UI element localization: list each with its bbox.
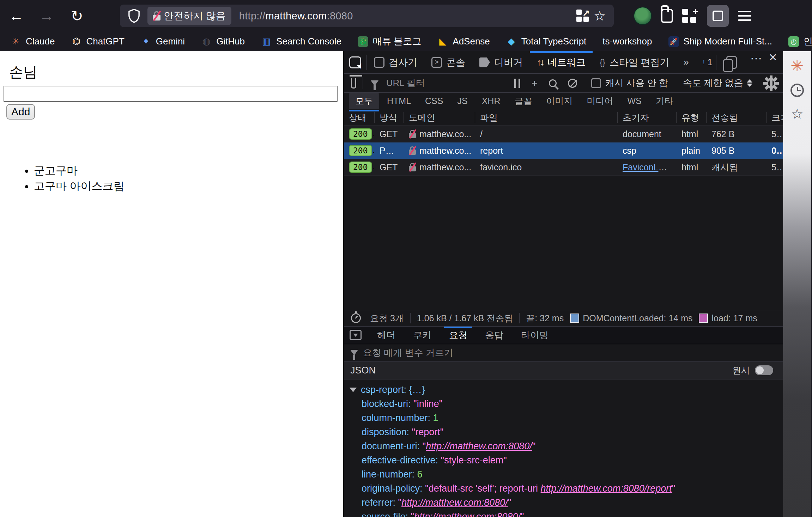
block-requests-icon[interactable] [564, 79, 581, 88]
bookmark-total-typescript[interactable]: ◆Total TypeScript [506, 36, 587, 47]
bookmark-inflearn[interactable]: ◴인프런 [788, 35, 812, 48]
json-url-link[interactable]: http://matthew.com:8080/ [414, 511, 521, 517]
raw-toggle-switch[interactable] [755, 365, 773, 375]
tab-overview-button[interactable] [707, 5, 729, 27]
clock-icon[interactable] [790, 84, 804, 97]
back-icon[interactable]: ← [5, 5, 28, 27]
json-url-link[interactable]: http://matthew.com:8080/ [426, 441, 532, 452]
status-badge: 200 [349, 128, 372, 140]
network-row-favicon[interactable]: 200 GET matthew.co... favicon.ico Favico… [344, 159, 783, 176]
devtools-panel: 검사기 >콘솔 디버거 ↑↓네트워크 {}스타일 편집기 » !1 ⋯ ✕ [343, 51, 783, 517]
json-node[interactable]: referrer: "http://matthew.com:8080/" [344, 496, 783, 510]
json-root-node[interactable]: csp-report: {…} [344, 383, 783, 397]
bookmark-chatgpt[interactable]: ⌬ChatGPT [71, 36, 124, 47]
initiator-link[interactable]: FaviconLoa... [623, 162, 675, 172]
tab-inspector[interactable]: 검사기 [367, 51, 424, 73]
type-filter-other[interactable]: 기타 [649, 93, 680, 109]
json-node[interactable]: effective-directive: "style-src-elem" [344, 454, 783, 468]
network-row-document[interactable]: 200 GET matthew.co... / document html 76… [344, 126, 783, 142]
json-section-header[interactable]: JSON 원시 [344, 362, 783, 379]
transfer-size: 1.06 kB / 1.67 kB 전송됨 [417, 312, 513, 324]
json-node[interactable]: source-file: "http://matthew.com:8080/" [344, 510, 783, 517]
json-node[interactable]: line-number: 6 [344, 468, 783, 482]
bookmark-github[interactable]: ◍GitHub [201, 36, 245, 47]
tab-style-editor[interactable]: {}스타일 편집기 [593, 51, 677, 73]
stopwatch-icon[interactable] [351, 313, 361, 323]
bookmark-ship-modern[interactable]: 🚀Ship Modern Full-St... [668, 36, 772, 47]
bookmark-search-console[interactable]: ▥Search Console [261, 36, 341, 47]
star-icon[interactable]: ☆ [791, 107, 804, 121]
zoom-pages-icon[interactable]: ↗ [574, 7, 591, 24]
gemini-icon: ✦ [141, 36, 151, 47]
new-request-icon[interactable]: + [527, 78, 541, 89]
type-filter-media[interactable]: 미디어 [580, 93, 619, 109]
add-button[interactable]: Add [6, 104, 35, 120]
claude-asterisk-icon[interactable]: ✳ [791, 58, 804, 74]
type-filter-js[interactable]: JS [451, 94, 474, 108]
load-marker-icon [699, 314, 708, 323]
insecure-lock-icon [409, 146, 416, 155]
type-filter-html[interactable]: HTML [381, 94, 417, 108]
reload-icon[interactable]: ↻ [66, 5, 88, 27]
extensions-icon[interactable]: + [682, 8, 698, 24]
detail-tab-timings[interactable]: 타이밍 [513, 327, 556, 344]
network-row-report[interactable]: 200 POST matthew.co... report csp plain … [344, 142, 783, 159]
url-bar[interactable]: 안전하지 않음 http://matthew.com:8080 ↗ ☆ [120, 5, 614, 27]
type-filter-xhr[interactable]: XHR [475, 94, 507, 108]
forward-icon[interactable]: → [35, 5, 58, 27]
app-menu-icon[interactable] [738, 11, 751, 21]
json-node[interactable]: original-policy: "default-src 'self'; re… [344, 482, 783, 496]
security-chip[interactable]: 안전하지 않음 [147, 7, 231, 25]
security-chip-label: 안전하지 않음 [164, 9, 226, 23]
more-tabs-chevron[interactable]: » [677, 51, 696, 73]
param-filter-input[interactable] [363, 347, 777, 358]
detail-tab-response[interactable]: 응답 [477, 327, 511, 344]
clear-requests-icon[interactable] [351, 78, 356, 89]
shield-icon[interactable] [126, 7, 143, 24]
devtools-close-icon[interactable]: ✕ [766, 51, 783, 73]
json-node[interactable]: blocked-uri: "inline" [344, 397, 783, 411]
url-filter-input[interactable] [386, 78, 504, 89]
json-node[interactable]: column-number: 1 [344, 411, 783, 425]
devtools-menu-icon[interactable]: ⋯ [747, 51, 766, 73]
expand-triangle-icon[interactable] [350, 388, 357, 392]
throttling-select[interactable]: 속도 제한 없음 [678, 77, 757, 89]
pause-traffic-icon[interactable] [510, 79, 525, 88]
bookmark-claude[interactable]: ✳Claude [11, 36, 55, 47]
adsense-icon: ◣ [437, 36, 448, 47]
json-node[interactable]: disposition: "report" [344, 425, 783, 439]
tab-network[interactable]: ↑↓네트워크 [530, 51, 593, 73]
network-table-header[interactable]: 상태 방식 도메인 파일 초기자 유형 전송됨 크기 [344, 109, 783, 126]
type-filter-css[interactable]: CSS [419, 94, 449, 108]
detail-tab-cookies[interactable]: 쿠키 [405, 327, 439, 344]
element-picker-icon[interactable] [344, 51, 366, 73]
thumb-extension-icon[interactable] [661, 9, 673, 23]
bookmark-adsense[interactable]: ◣AdSense [437, 36, 490, 47]
type-filter-images[interactable]: 이미지 [540, 93, 579, 109]
type-filter-all[interactable]: 모두 [349, 93, 379, 109]
json-node[interactable]: document-uri: "http://matthew.com:8080/" [344, 439, 783, 454]
json-url-link[interactable]: http://matthew.com:8080/ [401, 497, 508, 508]
detail-tab-request[interactable]: 요청 [441, 327, 475, 344]
guest-name-input[interactable] [4, 86, 338, 102]
bookmark-gemini[interactable]: ✦Gemini [141, 36, 185, 47]
dcl-marker-icon [570, 314, 579, 323]
responsive-mode-icon[interactable] [716, 51, 747, 73]
type-filter-fonts[interactable]: 글꼴 [508, 93, 538, 109]
split-panel-icon[interactable] [350, 330, 362, 340]
json-url-link[interactable]: http://matthew.com:8080/report [541, 483, 672, 494]
url-text[interactable]: http://matthew.com:8080 [239, 10, 353, 22]
network-settings-gear-icon[interactable] [768, 77, 775, 89]
detail-tab-headers[interactable]: 헤더 [369, 327, 403, 344]
bookmark-ts-workshop[interactable]: ts-workshop [602, 36, 652, 47]
profile-avatar[interactable] [634, 7, 652, 25]
error-badge[interactable]: !1 [699, 51, 716, 73]
bookmark-blog[interactable]: 🐉매튜 블로그 [358, 35, 421, 48]
type-filter-ws[interactable]: WS [621, 94, 648, 108]
tab-debugger[interactable]: 디버거 [472, 51, 530, 73]
bookmark-star-icon[interactable]: ☆ [591, 7, 608, 24]
tab-console[interactable]: >콘솔 [424, 51, 472, 73]
disable-cache-checkbox[interactable]: 캐시 사용 안 함 [587, 77, 672, 89]
raw-toggle-label: 원시 [732, 365, 750, 376]
search-icon[interactable] [545, 79, 561, 87]
